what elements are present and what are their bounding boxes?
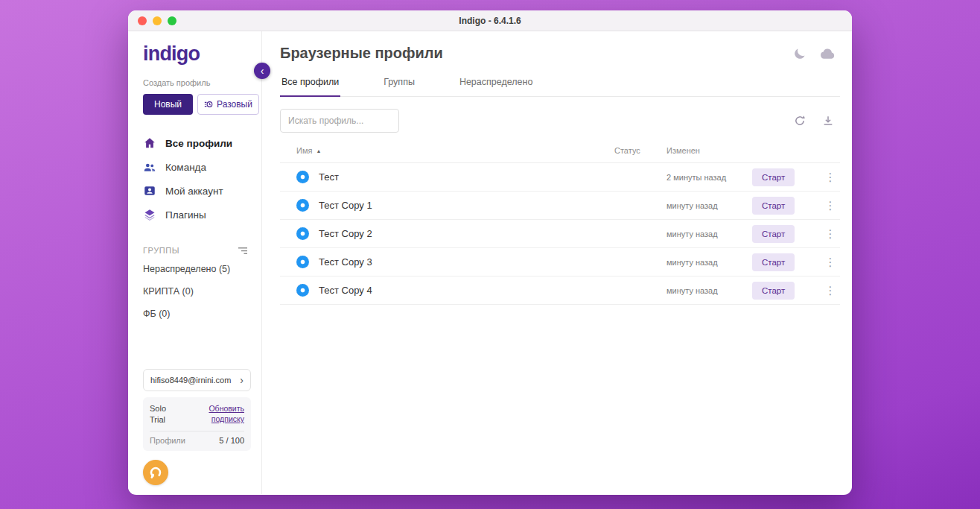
profiles-quota-value: 5 / 100: [219, 436, 244, 445]
sidebar-item-all-profiles[interactable]: Все профили: [128, 131, 261, 155]
team-icon: [143, 160, 156, 174]
row-menu-icon[interactable]: ⋮: [821, 199, 840, 212]
sort-groups-icon[interactable]: [238, 247, 248, 255]
subscription-panel: Solo Trial Обновить подписку Профили 5 /…: [143, 397, 251, 451]
app-window: Indigo - 6.4.1.6 indigo Создать профиль …: [128, 10, 852, 495]
profile-changed: минуту назад: [666, 201, 752, 210]
table-row[interactable]: Тест 2 минуты назад Старт ⋮: [280, 163, 840, 192]
tab-all-profiles[interactable]: Все профили: [280, 77, 340, 97]
row-menu-icon[interactable]: ⋮: [821, 171, 840, 184]
window-title: Indigo - 6.4.1.6: [128, 16, 852, 26]
profile-tabs: Все профили Группы Нераспределено: [280, 77, 840, 97]
start-button[interactable]: Старт: [752, 282, 795, 300]
support-chat-button[interactable]: [143, 460, 168, 485]
column-status[interactable]: Статус: [614, 146, 666, 155]
account-email: hifiso8449@irnini.com: [150, 376, 231, 385]
plan-type: Trial: [150, 414, 166, 426]
main-content: Браузерные профили Все профили Группы Не…: [262, 31, 852, 494]
sidebar-item-label: Все профили: [165, 138, 232, 149]
app-logo: indigo: [143, 42, 261, 66]
sidebar-item-plugins[interactable]: Плагины: [128, 203, 261, 227]
group-item-fb[interactable]: ФБ (0): [128, 303, 261, 325]
groups-header: ГРУППЫ: [143, 246, 179, 255]
quick-profile-label: Разовый: [217, 99, 252, 110]
start-button[interactable]: Старт: [752, 225, 795, 243]
profile-rows: Тест 2 минуты назад Старт ⋮ Тест Copy 1: [280, 163, 840, 305]
search-input[interactable]: [280, 109, 399, 133]
profile-changed: минуту назад: [666, 258, 752, 267]
start-button[interactable]: Старт: [752, 197, 795, 215]
tab-groups[interactable]: Группы: [382, 77, 416, 96]
group-item-unassigned[interactable]: Нераспределено (5): [128, 258, 261, 280]
sidebar-item-my-account[interactable]: Мой аккаунт: [128, 179, 261, 203]
profile-name: Тест Copy 3: [319, 256, 372, 268]
sidebar-nav: Все профили Команда Мой аккаунт: [128, 131, 261, 227]
profile-changed: 2 минуты назад: [666, 173, 752, 182]
sidebar-item-team[interactable]: Команда: [128, 155, 261, 179]
refresh-icon[interactable]: [794, 115, 806, 127]
browser-profile-icon: [296, 256, 309, 268]
chat-bubble-icon: [148, 465, 163, 480]
titlebar: Indigo - 6.4.1.6: [128, 10, 852, 31]
profile-name: Тест: [319, 171, 339, 183]
sidebar-item-label: Мой аккаунт: [165, 186, 223, 197]
close-button[interactable]: [138, 16, 147, 25]
profile-name: Тест Copy 4: [319, 285, 372, 296]
sidebar-collapse-button[interactable]: ‹: [254, 63, 270, 79]
timer-icon: [204, 100, 213, 109]
table-row[interactable]: Тест Copy 2 минуту назад Старт ⋮: [280, 220, 840, 248]
page-title: Браузерные профили: [280, 45, 443, 62]
cloud-sync-icon[interactable]: [820, 48, 836, 60]
sort-asc-icon: ▲: [316, 148, 321, 154]
profile-changed: минуту назад: [666, 230, 752, 238]
start-button[interactable]: Старт: [752, 168, 795, 186]
create-profile-label: Создать профиль: [143, 78, 261, 87]
chevron-right-icon: ›: [240, 376, 244, 384]
plugins-icon: [143, 208, 156, 221]
browser-profile-icon: [296, 171, 309, 183]
dark-mode-icon[interactable]: [793, 47, 806, 60]
profile-changed: минуту назад: [666, 286, 752, 295]
sidebar-item-label: Плагины: [165, 209, 206, 221]
quick-profile-button[interactable]: Разовый: [197, 94, 259, 115]
column-changed[interactable]: Изменен: [666, 146, 752, 155]
profiles-quota-label: Профили: [150, 436, 185, 445]
upgrade-subscription-link[interactable]: Обновить подписку: [209, 403, 244, 426]
row-menu-icon[interactable]: ⋮: [821, 284, 840, 297]
profile-name: Тест Copy 1: [319, 200, 372, 211]
start-button[interactable]: Старт: [752, 253, 795, 271]
account-card-icon: [143, 184, 156, 197]
browser-profile-icon: [296, 199, 309, 212]
browser-profile-icon: [296, 284, 309, 297]
table-row[interactable]: Тест Copy 1 минуту назад Старт ⋮: [280, 192, 840, 220]
table-header: Имя ▲ Статус Изменен: [280, 143, 840, 163]
table-row[interactable]: Тест Copy 4 минуту назад Старт ⋮: [280, 276, 840, 305]
zoom-button[interactable]: [168, 16, 176, 25]
download-icon[interactable]: [822, 115, 834, 127]
new-profile-button[interactable]: Новый: [143, 94, 193, 115]
minimize-button[interactable]: [153, 16, 162, 25]
profiles-table: Имя ▲ Статус Изменен Тест: [280, 143, 840, 305]
account-email-button[interactable]: hifiso8449@irnini.com ›: [143, 369, 251, 391]
sidebar-item-label: Команда: [165, 162, 206, 173]
column-name[interactable]: Имя: [296, 146, 312, 155]
browser-profile-icon: [296, 227, 309, 240]
profile-name: Тест Copy 2: [319, 228, 372, 239]
home-icon: [143, 136, 156, 150]
row-menu-icon[interactable]: ⋮: [821, 227, 840, 241]
table-row[interactable]: Тест Copy 3 минуту назад Старт ⋮: [280, 248, 840, 276]
traffic-lights: [138, 16, 176, 25]
sidebar: indigo Создать профиль Новый Разовый: [128, 31, 262, 494]
plan-name: Solo: [150, 403, 166, 414]
group-item-crypto[interactable]: КРИПТА (0): [128, 280, 261, 303]
tab-unassigned[interactable]: Нераспределено: [458, 77, 534, 96]
row-menu-icon[interactable]: ⋮: [821, 256, 840, 269]
